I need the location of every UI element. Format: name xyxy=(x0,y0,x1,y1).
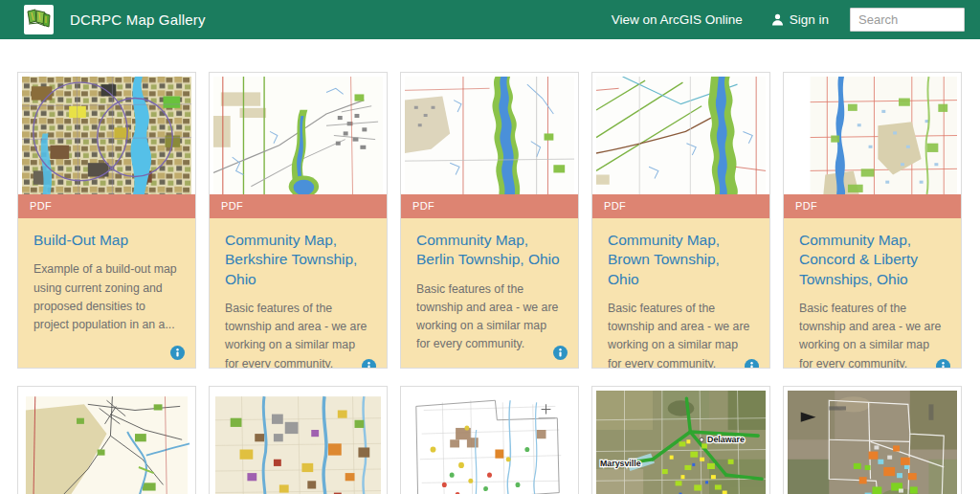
card-title-link[interactable]: Community Map, Concord & Liberty Townshi… xyxy=(799,231,946,289)
card-body: Community Map, Berlin Township, Ohio Bas… xyxy=(401,218,578,368)
gallery-card: Delaware Marysville PDF xyxy=(591,386,770,494)
search-input[interactable] xyxy=(850,8,965,32)
county-dot-density-map-thumbnail-image xyxy=(405,391,574,494)
county-road-map-thumbnail-image xyxy=(22,391,191,494)
map-label-delaware: Delaware xyxy=(707,435,745,444)
county-zoning-map-thumbnail-image xyxy=(213,391,383,494)
card-body: Community Map, Berkshire Township, Ohio … xyxy=(210,218,387,369)
card-description: Basic features of the township and area … xyxy=(416,281,563,353)
card-body: Build-Out Map Example of a build-out map… xyxy=(18,218,195,368)
berkshire-township-map-thumbnail-image xyxy=(213,77,383,194)
card-thumbnail-link[interactable] xyxy=(401,387,578,494)
card-description: Example of a build-out map using current… xyxy=(33,260,180,333)
dcrpc-logo-icon xyxy=(24,5,54,34)
gallery-card: PDF Community Map, Brown Township, Ohio … xyxy=(591,72,770,369)
card-body: Community Map, Concord & Liberty Townshi… xyxy=(784,218,961,369)
card-thumbnail-link[interactable] xyxy=(784,387,961,494)
info-icon[interactable] xyxy=(936,359,950,369)
pdf-badge: PDF xyxy=(401,194,578,218)
aerial-roads-map-thumbnail-image: Delaware Marysville xyxy=(596,391,766,494)
gallery-card: PDF xyxy=(783,386,962,494)
card-title-link[interactable]: Community Map, Berkshire Township, Ohio xyxy=(225,231,371,289)
card-description: Basic features of the township and area … xyxy=(608,300,754,369)
brown-township-map-thumbnail-image xyxy=(596,77,766,194)
person-icon xyxy=(771,13,784,26)
build-out-map-thumbnail-image xyxy=(22,77,191,194)
pdf-badge: PDF xyxy=(592,194,769,218)
sign-in-label: Sign in xyxy=(790,12,829,27)
card-body: Community Map, Brown Township, Ohio Basi… xyxy=(592,218,769,369)
card-description: Basic features of the township and area … xyxy=(799,300,946,369)
card-thumbnail-link[interactable]: Delaware Marysville xyxy=(592,387,769,494)
gallery-card: PDF Build-Out Map Example of a build-out… xyxy=(17,72,196,369)
gallery-grid: PDF Build-Out Map Example of a build-out… xyxy=(0,39,980,494)
gallery-card: PDF Community Map, Concord & Liberty Tow… xyxy=(783,72,962,369)
info-icon[interactable] xyxy=(362,359,376,369)
gallery-card: PDF xyxy=(400,386,579,494)
aerial-townships-map-thumbnail-image xyxy=(788,391,957,494)
card-thumbnail-link[interactable] xyxy=(401,73,578,194)
pdf-badge: PDF xyxy=(210,194,387,218)
card-thumbnail-link[interactable] xyxy=(784,73,961,194)
pdf-badge: PDF xyxy=(18,194,195,218)
card-description: Basic features of the township and area … xyxy=(225,300,371,369)
card-title-link[interactable]: Community Map, Brown Township, Ohio xyxy=(608,231,754,289)
gallery-card: PDF Community Map, Berkshire Township, O… xyxy=(209,72,388,369)
gallery-card: PDF xyxy=(17,386,196,494)
card-thumbnail-link[interactable] xyxy=(592,73,769,194)
map-label-marysville: Marysville xyxy=(600,459,641,468)
info-icon[interactable] xyxy=(745,359,759,369)
gallery-card: PDF Community Map, Berlin Township, Ohio… xyxy=(400,72,579,369)
info-icon[interactable] xyxy=(170,346,185,360)
info-icon[interactable] xyxy=(553,346,568,360)
view-on-arcgis-link[interactable]: View on ArcGIS Online xyxy=(612,12,743,27)
card-thumbnail-link[interactable] xyxy=(210,387,387,494)
concord-liberty-townships-map-thumbnail-image xyxy=(788,77,957,194)
berlin-township-map-thumbnail-image xyxy=(405,77,574,194)
card-title-link[interactable]: Build-Out Map xyxy=(33,231,180,250)
card-title-link[interactable]: Community Map, Berlin Township, Ohio xyxy=(416,231,563,270)
sign-in-button[interactable]: Sign in xyxy=(771,12,829,27)
page-title: DCRPC Map Gallery xyxy=(70,11,206,28)
pdf-badge: PDF xyxy=(784,194,961,218)
card-thumbnail-link[interactable] xyxy=(210,73,387,194)
app-header: DCRPC Map Gallery View on ArcGIS Online … xyxy=(0,0,980,39)
gallery-card: PDF xyxy=(209,386,388,494)
card-thumbnail-link[interactable] xyxy=(18,387,195,494)
card-thumbnail-link[interactable] xyxy=(18,73,195,194)
